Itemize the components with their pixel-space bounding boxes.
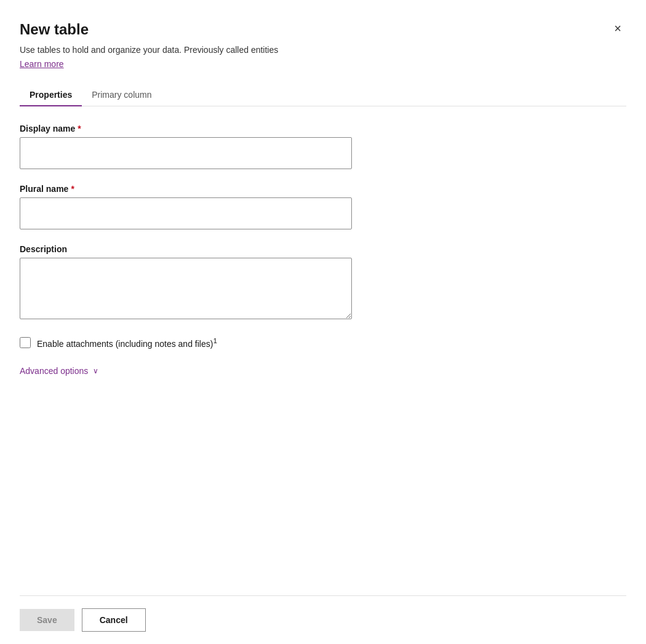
dialog-subtitle: Use tables to hold and organize your dat… [20, 44, 626, 57]
dialog-title: New table [20, 20, 89, 39]
description-label: Description [20, 244, 626, 254]
description-field-group: Description [20, 244, 626, 322]
enable-attachments-superscript: 1 [213, 336, 217, 344]
save-button[interactable]: Save [20, 609, 74, 631]
dialog-footer: Save Cancel [20, 595, 626, 644]
form-section: Display name * Plural name * Description… [20, 124, 626, 595]
advanced-options-button[interactable]: Advanced options ∨ [20, 366, 98, 376]
display-name-required: * [78, 124, 81, 133]
display-name-input[interactable] [20, 137, 352, 169]
plural-name-field-group: Plural name * [20, 184, 626, 229]
enable-attachments-label[interactable]: Enable attachments (including notes and … [37, 336, 217, 349]
close-button[interactable]: × [609, 20, 626, 37]
plural-name-input[interactable] [20, 197, 352, 229]
display-name-label: Display name * [20, 124, 626, 133]
new-table-dialog: New table × Use tables to hold and organ… [0, 0, 646, 644]
enable-attachments-group: Enable attachments (including notes and … [20, 336, 626, 349]
advanced-options-label: Advanced options [20, 366, 88, 376]
tab-properties[interactable]: Properties [20, 84, 82, 106]
plural-name-label: Plural name * [20, 184, 626, 194]
display-name-field-group: Display name * [20, 124, 626, 169]
enable-attachments-checkbox[interactable] [20, 337, 31, 348]
cancel-button[interactable]: Cancel [82, 608, 146, 632]
learn-more-link[interactable]: Learn more [20, 59, 626, 69]
plural-name-required: * [71, 184, 74, 194]
tabs: Properties Primary column [20, 84, 626, 106]
chevron-down-icon: ∨ [93, 367, 98, 375]
dialog-header: New table × [20, 20, 626, 39]
description-input[interactable] [20, 258, 352, 319]
tab-primary-column[interactable]: Primary column [82, 84, 161, 106]
